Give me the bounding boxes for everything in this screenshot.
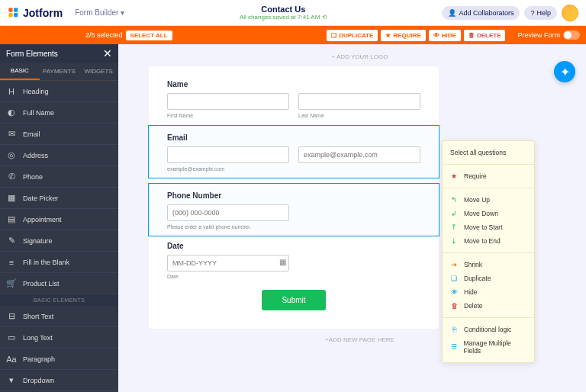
sidebar-item-label: Email xyxy=(23,130,40,138)
duplicate-icon: ❏ xyxy=(450,275,458,282)
date-label: Date xyxy=(167,242,420,250)
ctx-duplicate[interactable]: ❏Duplicate xyxy=(443,272,534,285)
calendar-icon[interactable]: ▦ xyxy=(279,258,286,266)
sidebar-item-short-text[interactable]: ⊟Short Text xyxy=(0,306,118,327)
email-input[interactable] xyxy=(167,146,289,163)
form-builder-dropdown[interactable]: Form Builder ▾ xyxy=(75,8,124,17)
sidebar-item-date-picker[interactable]: ▦Date Picker xyxy=(0,188,118,209)
first-name-sublabel: First Name xyxy=(167,113,289,118)
element-icon: Aa xyxy=(6,355,17,364)
sidebar-item-label: Heading xyxy=(23,88,49,95)
last-name-input[interactable] xyxy=(298,93,420,110)
to-end-icon: ⤓ xyxy=(450,237,458,245)
ctx-move-up[interactable]: ↰Move Up xyxy=(443,193,534,207)
phone-field-selected[interactable]: Phone Number Please enter a valid phone … xyxy=(149,184,439,236)
sidebar-item-long-text[interactable]: ▭Long Text xyxy=(0,327,118,349)
sidebar-item-product-list[interactable]: 🛒Product List xyxy=(0,273,118,294)
sidebar: Form Elements ✕ BASIC PAYMENTS WIDGETS H… xyxy=(0,44,118,392)
sidebar-item-heading[interactable]: HHeading xyxy=(0,81,118,102)
tab-widgets[interactable]: WIDGETS xyxy=(79,63,118,80)
sidebar-item-label: Phone xyxy=(23,173,43,181)
ctx-move-end[interactable]: ⤓Move to End xyxy=(443,234,534,248)
person-icon: 👤 xyxy=(448,9,456,17)
require-button[interactable]: ★REQUIRE xyxy=(381,30,425,41)
context-menu: Select all questions ★Require ↰Move Up ↲… xyxy=(442,140,535,363)
sidebar-title: Form Elements xyxy=(6,50,58,58)
ctx-require[interactable]: ★Require xyxy=(443,169,534,183)
form-container: Name First Name Last Name Email example@… xyxy=(149,66,439,329)
to-start-icon: ⤒ xyxy=(450,223,458,231)
element-icon: ◐ xyxy=(6,108,17,117)
element-icon: ✎ xyxy=(6,236,17,246)
element-icon: ◎ xyxy=(6,150,17,160)
sidebar-item-label: Dropdown xyxy=(23,377,54,384)
email-helper: example@example.com xyxy=(167,166,420,172)
last-name-sublabel: Last Name xyxy=(298,113,420,118)
sidebar-item-email[interactable]: ✉Email xyxy=(0,124,118,145)
svg-rect-3 xyxy=(14,13,18,17)
phone-label: Phone Number xyxy=(167,191,420,200)
tab-basic[interactable]: BASIC xyxy=(0,63,40,80)
phone-input[interactable] xyxy=(167,204,289,221)
sidebar-item-label: Fill in the Blank xyxy=(23,259,69,266)
sidebar-item-label: Date Picker xyxy=(23,194,59,202)
sidebar-item-paragraph[interactable]: AaParagraph xyxy=(0,349,118,370)
logo[interactable]: Jotform xyxy=(8,7,63,19)
ctx-move-start[interactable]: ⤒Move to Start xyxy=(443,220,534,234)
hide-icon: 👁 xyxy=(450,288,458,296)
list-icon: ☰ xyxy=(450,343,457,351)
magic-fab[interactable]: ✦ xyxy=(554,61,575,82)
branch-icon: ⎘ xyxy=(450,326,458,333)
sidebar-item-signature[interactable]: ✎Signature xyxy=(0,230,118,252)
element-icon: 🛒 xyxy=(6,278,17,288)
ctx-shrink[interactable]: ⇥Shrink xyxy=(443,258,534,272)
date-input[interactable] xyxy=(167,255,289,272)
sidebar-item-dropdown[interactable]: ▾Dropdown xyxy=(0,370,118,391)
help-button[interactable]: ?Help xyxy=(524,6,557,20)
shrink-icon: ⇥ xyxy=(450,261,458,268)
arrow-down-icon: ↲ xyxy=(450,210,458,217)
duplicate-button[interactable]: ❏DUPLICATE xyxy=(327,30,378,41)
trash-icon: 🗑 xyxy=(450,302,458,310)
ctx-conditional[interactable]: ⎘Conditional logic xyxy=(443,323,534,336)
select-all-button[interactable]: SELECT ALL xyxy=(126,31,172,40)
ctx-delete[interactable]: 🗑Delete xyxy=(443,299,534,313)
sidebar-item-label: Paragraph xyxy=(23,355,55,363)
email-field-selected[interactable]: Email example@example.com xyxy=(149,126,439,178)
hide-button[interactable]: 👁HIDE xyxy=(429,30,461,41)
sidebar-item-full-name[interactable]: ◐Full Name xyxy=(0,102,118,124)
ctx-move-down[interactable]: ↲Move Down xyxy=(443,207,534,220)
sidebar-item-address[interactable]: ◎Address xyxy=(0,145,118,166)
sidebar-item-label: Full Name xyxy=(23,109,54,117)
sidebar-item-label: Address xyxy=(23,152,48,159)
selection-bar: 2/5 selected SELECT ALL ❏DUPLICATE ★REQU… xyxy=(0,26,586,44)
element-icon: ≡ xyxy=(6,258,17,267)
sidebar-item-label: Short Text xyxy=(23,313,53,320)
page-title: Contact Us xyxy=(124,5,442,14)
sidebar-item-label: Long Text xyxy=(23,334,53,342)
sidebar-item-fill-in-the-blank[interactable]: ≡Fill in the Blank xyxy=(0,252,118,273)
first-name-input[interactable] xyxy=(167,93,289,110)
ctx-hide[interactable]: 👁Hide xyxy=(443,285,534,299)
selection-count: 2/5 selected xyxy=(85,31,123,39)
tab-payments[interactable]: PAYMENTS xyxy=(40,63,79,80)
sidebar-item-appointment[interactable]: ▤Appointment xyxy=(0,209,118,230)
close-icon[interactable]: ✕ xyxy=(103,47,112,59)
ctx-select-all[interactable]: Select all questions xyxy=(443,146,534,159)
submit-button[interactable]: Submit xyxy=(262,290,325,310)
add-collaborators-button[interactable]: 👤Add Collaborators xyxy=(442,6,520,20)
confirm-email-input[interactable] xyxy=(298,146,420,163)
sidebar-item-phone[interactable]: ✆Phone xyxy=(0,166,118,188)
preview-toggle[interactable]: Preview Form xyxy=(517,31,580,40)
element-icon: ✉ xyxy=(6,129,17,139)
logo-icon xyxy=(8,7,20,19)
date-sublabel: Date xyxy=(167,274,420,279)
phone-helper: Please enter a valid phone number. xyxy=(167,224,420,230)
delete-button[interactable]: 🗑DELETE xyxy=(464,30,506,41)
add-logo-button[interactable]: + ADD YOUR LOGO xyxy=(149,53,571,60)
star-icon: ★ xyxy=(385,32,391,39)
avatar[interactable] xyxy=(562,5,578,21)
help-icon: ? xyxy=(530,9,534,17)
ctx-manage-multiple[interactable]: ☰Manage Multiple Fields xyxy=(443,336,534,358)
toggle-icon xyxy=(563,31,580,40)
